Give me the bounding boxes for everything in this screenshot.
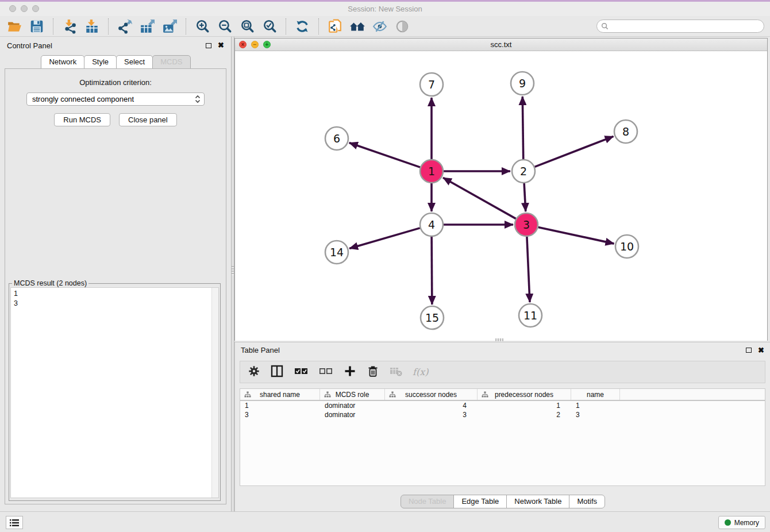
- tab-select[interactable]: Select: [116, 55, 153, 69]
- edge-2-3[interactable]: [524, 183, 526, 211]
- node-8[interactable]: 8: [614, 120, 637, 143]
- eye-icon: [395, 19, 410, 34]
- column-header-MCDS-role[interactable]: MCDS role: [320, 389, 385, 400]
- cell-MCDS-role[interactable]: dominator: [320, 411, 385, 419]
- export-network-button[interactable]: [116, 18, 133, 35]
- splitter-grip[interactable]: [232, 266, 234, 275]
- task-history-button[interactable]: [6, 516, 23, 529]
- function-builder-button-disabled: f(x): [413, 367, 428, 377]
- tab-network[interactable]: Network: [41, 55, 84, 69]
- node-7[interactable]: 7: [420, 73, 443, 96]
- cell-name[interactable]: 3: [571, 411, 620, 419]
- close-window-button[interactable]: [9, 5, 16, 12]
- export-table-button[interactable]: [138, 18, 156, 35]
- edge-4-15[interactable]: [432, 237, 432, 304]
- save-session-button[interactable]: [28, 18, 45, 35]
- mcds-result-text[interactable]: 1 3: [10, 287, 219, 498]
- edge-1-6[interactable]: [349, 143, 420, 168]
- cell-MCDS-role[interactable]: dominator: [320, 402, 385, 410]
- node-10[interactable]: 10: [615, 235, 638, 258]
- node-label: 6: [333, 132, 340, 145]
- window-traffic-lights[interactable]: [9, 5, 39, 12]
- hide-selected-button[interactable]: [371, 18, 388, 35]
- first-neighbors-button[interactable]: [349, 18, 366, 35]
- table-row[interactable]: 1dominator411: [240, 401, 765, 410]
- node-3[interactable]: 3: [515, 213, 538, 236]
- zoom-in-button[interactable]: [194, 18, 211, 35]
- node-9[interactable]: 9: [511, 72, 534, 95]
- cell-predecessor-nodes[interactable]: 2: [478, 411, 571, 419]
- cell-successor-nodes[interactable]: 4: [385, 402, 478, 410]
- edge-3-1[interactable]: [443, 178, 516, 218]
- network-graph[interactable]: 1234678910111415: [235, 51, 767, 341]
- node-11[interactable]: 11: [519, 304, 542, 327]
- close-panel-button[interactable]: Close panel: [119, 113, 177, 126]
- node-15[interactable]: 15: [421, 306, 444, 329]
- show-all-button[interactable]: [394, 18, 411, 35]
- deselect-all-rows-button[interactable]: [318, 365, 333, 379]
- memory-button[interactable]: Memory: [718, 516, 765, 529]
- import-network-button[interactable]: [61, 18, 78, 35]
- tab-edge-table[interactable]: Edge Table: [453, 495, 507, 508]
- float-panel-icon[interactable]: [206, 43, 211, 48]
- network-canvas[interactable]: 1234678910111415: [235, 51, 767, 341]
- add-column-button[interactable]: [343, 364, 357, 380]
- column-header-successor-nodes[interactable]: successor nodes: [385, 389, 478, 400]
- node-14[interactable]: 14: [325, 241, 348, 264]
- refresh-layout-button[interactable]: [294, 18, 311, 35]
- table-row[interactable]: 3dominator323: [240, 410, 765, 419]
- gear-icon: [248, 365, 260, 377]
- tab-mcds[interactable]: MCDS: [152, 55, 190, 69]
- cell-predecessor-nodes[interactable]: 1: [478, 402, 571, 410]
- edge-2-9[interactable]: [522, 97, 523, 159]
- column-header-shared-name[interactable]: shared name: [240, 389, 320, 400]
- delete-column-button[interactable]: [367, 364, 379, 380]
- zoom-fit-button[interactable]: [238, 18, 256, 35]
- run-mcds-button[interactable]: Run MCDS: [54, 113, 110, 126]
- column-browser-button[interactable]: [270, 364, 284, 380]
- table-settings-button[interactable]: [248, 365, 260, 380]
- close-network-button[interactable]: ×: [239, 41, 247, 48]
- zoom-selected-button[interactable]: [261, 18, 278, 35]
- node-6[interactable]: 6: [325, 127, 348, 150]
- maximize-window-button[interactable]: [32, 5, 39, 12]
- import-table-button[interactable]: [83, 18, 101, 35]
- cell-name[interactable]: 1: [571, 402, 620, 410]
- edge-3-11[interactable]: [527, 237, 530, 302]
- edge-3-10[interactable]: [538, 227, 614, 244]
- close-panel-icon[interactable]: ✖: [218, 43, 224, 48]
- zoom-network-button[interactable]: +: [263, 41, 271, 48]
- zoom-out-button[interactable]: [216, 18, 233, 35]
- column-header-predecessor-nodes[interactable]: predecessor nodes: [478, 389, 571, 400]
- node-table[interactable]: shared nameMCDS rolesuccessor nodesprede…: [240, 388, 765, 486]
- tab-style[interactable]: Style: [84, 55, 117, 69]
- tab-motifs[interactable]: Motifs: [569, 495, 605, 508]
- zoom-selected-icon: [262, 19, 277, 34]
- cell-successor-nodes[interactable]: 3: [385, 411, 478, 419]
- column-header-name[interactable]: name: [571, 389, 620, 400]
- new-network-from-selection-button[interactable]: [326, 18, 344, 35]
- search-box[interactable]: [596, 20, 764, 33]
- select-all-rows-button[interactable]: [294, 365, 309, 379]
- refresh-icon: [295, 19, 310, 34]
- minimize-window-button[interactable]: [21, 5, 28, 12]
- search-input[interactable]: [611, 22, 760, 30]
- network-window-titlebar[interactable]: × − + scc.txt: [235, 38, 767, 51]
- export-image-button[interactable]: [161, 18, 178, 35]
- horizontal-splitter-grip[interactable]: [495, 338, 503, 341]
- node-4[interactable]: 4: [420, 213, 443, 236]
- edge-2-8[interactable]: [535, 136, 614, 167]
- optimization-criterion-select[interactable]: strongly connected component: [26, 92, 205, 106]
- cell-shared-name[interactable]: 1: [240, 402, 320, 410]
- open-file-button[interactable]: [6, 18, 23, 35]
- cell-shared-name[interactable]: 3: [240, 411, 320, 419]
- result-scrollbar[interactable]: [211, 288, 218, 498]
- node-1[interactable]: 1: [420, 160, 443, 183]
- tab-network-table[interactable]: Network Table: [506, 495, 569, 508]
- minimize-network-button[interactable]: −: [251, 41, 259, 48]
- tab-node-table[interactable]: Node Table: [401, 495, 455, 508]
- float-panel-icon[interactable]: [746, 348, 752, 353]
- edge-4-14[interactable]: [349, 228, 420, 249]
- node-2[interactable]: 2: [512, 160, 535, 183]
- close-panel-icon[interactable]: ✖: [758, 348, 764, 353]
